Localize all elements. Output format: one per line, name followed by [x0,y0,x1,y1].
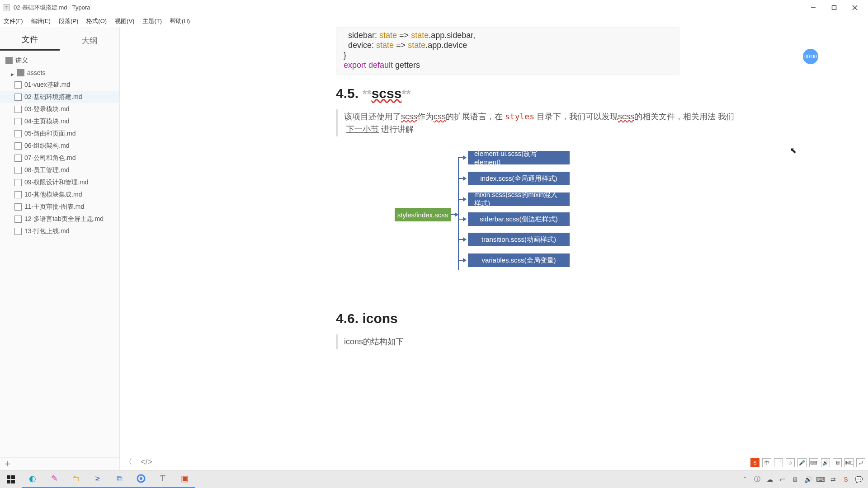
file-item[interactable]: 11-主页审批-图表.md [0,201,119,213]
folder-icon [5,57,13,64]
heading-4-6[interactable]: 4.6. icons [336,311,760,326]
scss-diagram: styles/index.scss element-ui.scss(改写elem… [395,148,738,293]
file-icon [14,106,22,113]
maximize-button[interactable] [824,1,844,14]
file-item[interactable]: 03-登录模块.md [0,103,119,115]
tray-icon[interactable]: S [842,475,850,483]
file-item[interactable]: 09-权限设计和管理.md [0,176,119,188]
diagram-leaf: element-ui.scss(改写element) [468,151,570,164]
back-button[interactable]: 〈 [124,456,132,467]
svg-rect-5 [11,475,15,479]
file-tree: 讲义 ▸ assets 01-vuex基础.md02-基础环境搭建.md03-登… [0,51,119,457]
window-title: 02-基础环境搭建.md - Typora [14,4,90,12]
file-label: 09-权限设计和管理.md [24,178,89,187]
ime-toolbar[interactable]: S 中 ゜ ☺ 🎤 ⌨ 🔊 🖥 IME ⇄ [750,458,865,467]
tray-icon[interactable]: 中 [762,458,771,467]
tray-icon[interactable]: IME [844,458,854,467]
tree-folder-assets[interactable]: ▸ assets [0,66,119,79]
menu-theme[interactable]: 主题(T) [142,17,162,25]
file-item[interactable]: 05-路由和页面.md [0,127,119,140]
tray-icon[interactable]: 🖥 [833,458,842,467]
file-item[interactable]: 02-基础环境搭建.md [0,91,119,103]
taskbar-app-typora[interactable]: T [152,470,174,488]
tray-icon[interactable]: ▭ [778,475,787,483]
recording-timer-badge: 00:00 [803,49,818,64]
tray-icon[interactable]: ゜ [774,458,783,467]
taskbar-app[interactable] [130,470,152,488]
taskbar-app[interactable]: 🗀 [65,470,87,488]
taskbar: ◐ ✎ 🗀 ≥ ⧉ T ▣ ˄ ⓘ ☁ ▭ 🖥 🔊 ⌨ ⇄ S 💬 [0,470,868,488]
svg-point-9 [140,477,142,480]
tray-icon[interactable]: ☁ [766,475,774,483]
sogou-icon[interactable]: S [750,458,760,467]
menu-paragraph[interactable]: 段落(P) [59,17,78,25]
tray-icon[interactable]: ⓘ [753,475,761,483]
file-label: 06-组织架构.md [24,142,70,150]
file-label: 11-主页审批-图表.md [24,203,84,211]
svg-rect-4 [7,475,10,479]
file-icon [14,130,22,137]
blockquote-icons[interactable]: icons的结构如下 [336,334,760,349]
tray-icon[interactable]: ☺ [786,458,795,467]
add-file-button[interactable]: + [5,458,10,470]
file-label: 08-员工管理.md [24,166,70,174]
file-icon [14,142,22,150]
system-tray[interactable]: ˄ ⓘ ☁ ▭ 🖥 🔊 ⌨ ⇄ S 💬 [741,475,868,483]
file-item[interactable]: 06-组织架构.md [0,140,119,152]
file-label: 10-其他模块集成.md [24,191,82,199]
svg-rect-6 [7,480,10,483]
chevron-right-icon: ▸ [11,70,15,75]
source-code-toggle[interactable]: </> [141,457,152,467]
tray-icon[interactable]: 🎤 [797,458,807,467]
tab-outline[interactable]: 大纲 [60,35,119,51]
tray-icon[interactable]: 🖥 [791,475,799,483]
sidebar: 文件 大纲 讲义 ▸ assets 01-vuex基础.md02-基础环境搭建.… [0,27,120,470]
svg-rect-7 [11,480,15,483]
file-item[interactable]: 10-其他模块集成.md [0,188,119,201]
file-item[interactable]: 07-公司和角色.md [0,152,119,164]
editor-area[interactable]: 00:00 ⬉ sidebar: state => state.app.side… [120,27,868,470]
file-item[interactable]: 04-主页模块.md [0,115,119,127]
tree-folder-root[interactable]: 讲义 [0,54,119,66]
taskbar-app[interactable]: ◐ [22,470,43,488]
file-label: 05-路由和页面.md [24,130,76,138]
tray-icon[interactable]: ⇄ [856,458,865,467]
start-button[interactable] [0,470,22,488]
menu-format[interactable]: 格式(O) [86,17,107,25]
minimize-button[interactable] [803,1,824,14]
file-icon [14,203,22,211]
file-icon [14,81,22,89]
folder-label: 讲义 [15,56,28,65]
code-block[interactable]: sidebar: state => state.app.sidebar, dev… [336,27,679,75]
diagram-leaf: index.scss(全局通用样式) [468,172,570,185]
file-item[interactable]: 01-vuex基础.md [0,79,119,91]
tray-keyboard-icon[interactable]: ⌨ [816,475,825,483]
menu-file[interactable]: 文件(F) [4,17,23,25]
taskbar-app[interactable]: ≥ [87,470,108,488]
cursor-icon: ⬉ [790,145,797,155]
menu-view[interactable]: 视图(V) [115,17,134,25]
taskbar-app[interactable]: ⧉ [108,470,130,488]
tray-notifications-icon[interactable]: 💬 [854,475,863,483]
diagram-root: styles/index.scss [395,208,451,221]
diagram-leaf: variables.scss(全局变量) [468,253,570,267]
tray-icon[interactable]: 🔊 [821,458,830,467]
tray-volume-icon[interactable]: 🔊 [804,475,812,483]
tray-icon[interactable]: ⌨ [809,458,818,467]
file-icon [14,179,22,186]
taskbar-app[interactable]: ▣ [174,470,195,488]
close-button[interactable] [844,1,865,14]
menu-help[interactable]: 帮助(H) [170,17,190,25]
tab-files[interactable]: 文件 [0,34,60,51]
file-item[interactable]: 08-员工管理.md [0,164,119,176]
taskbar-app[interactable]: ✎ [43,470,65,488]
file-item[interactable]: 13-打包上线.md [0,225,119,237]
tray-chevron-icon[interactable]: ˄ [741,475,749,483]
file-icon [14,191,22,198]
heading-4-5[interactable]: 4.5. **scss** [336,86,760,101]
menu-edit[interactable]: 编辑(E) [31,17,51,25]
tray-icon[interactable]: ⇄ [829,475,837,483]
blockquote-scss[interactable]: 该项目还使用了scss作为css的扩展语言，在 styles 目录下，我们可以发… [336,109,760,136]
app-icon: T [3,4,10,11]
file-item[interactable]: 12-多语言tab页全屏主题.md [0,213,119,225]
